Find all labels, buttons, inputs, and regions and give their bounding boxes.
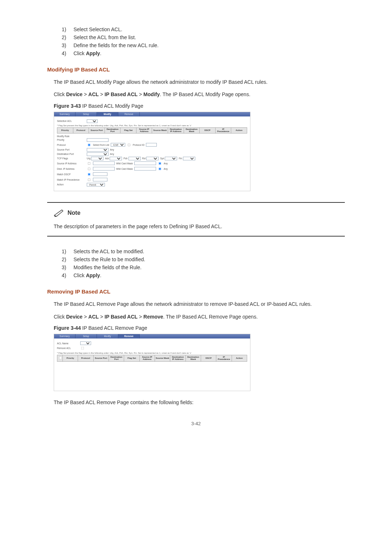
remove-intro: The IP Based ACL Remove Page allows the … xyxy=(54,300,345,308)
note-rule-bottom xyxy=(47,236,345,237)
flag-hint-2: * Flag Set present the flag types in the… xyxy=(57,352,247,354)
acl-name-label: ACL Name xyxy=(57,342,79,345)
modify-intro: The IP Based ACL Modify Page allows the … xyxy=(54,78,345,86)
tab-bar-2: Summary Setup Modify Remove xyxy=(54,334,250,338)
note-header: Note xyxy=(54,208,345,218)
list-item: Define the fields for the new ACL rule. xyxy=(62,41,345,49)
source-port-any: Any xyxy=(110,148,114,151)
match-ipp-radio[interactable] xyxy=(88,178,91,181)
heading-modifying: Modifying IP Based ACL xyxy=(47,66,345,73)
modify-rule-label: Modify Rule xyxy=(57,135,247,138)
select-from-list-label: Select from List xyxy=(93,144,109,146)
tab-bar: Summary Setup Modify Remove xyxy=(54,112,250,116)
source-port-label: Source Port xyxy=(57,148,85,151)
dst-mask-input[interactable] xyxy=(134,167,156,171)
figure-43-caption: Figure 3-43 IP Based ACL Modify Page xyxy=(54,103,345,109)
select-all-checkbox[interactable] xyxy=(59,357,62,360)
action-select[interactable]: Permit xyxy=(87,183,105,186)
dst-ip-input[interactable] xyxy=(93,167,115,171)
flag-psh-select[interactable] xyxy=(128,157,141,160)
flag-ack-select[interactable] xyxy=(110,157,122,160)
tcp-flags-label: TCP Flags xyxy=(57,157,85,160)
tab-remove[interactable]: Remove xyxy=(118,112,140,116)
match-dscp-label: Match DSCP xyxy=(57,173,85,176)
dst-ip-radio[interactable] xyxy=(88,168,91,171)
flag-fin-select[interactable] xyxy=(183,157,195,160)
flag-ack: Ack xyxy=(105,157,109,160)
src-ip-any-radio[interactable] xyxy=(158,162,161,165)
figure-44-screenshot: Summary Setup Modify Remove ACL Name Rem… xyxy=(54,334,250,391)
match-ipp-label: Match IP Precedence xyxy=(57,178,85,181)
flag-syn: Syn xyxy=(160,157,164,160)
src-ip-input[interactable] xyxy=(93,161,115,165)
dest-port-any: Any xyxy=(110,153,114,155)
list-item: Modifies the fields of the Rule. xyxy=(62,263,345,271)
remove-tail: The IP Based ACL Remove Page contains th… xyxy=(54,398,345,406)
dst-ip-any-radio[interactable] xyxy=(158,168,161,171)
flag-psh: Psh xyxy=(123,157,127,160)
selection-acl-select[interactable] xyxy=(87,119,98,123)
protocol-id-input[interactable] xyxy=(146,143,157,147)
src-ip-radio[interactable] xyxy=(88,162,91,165)
tab-modify[interactable]: Modify xyxy=(97,112,118,116)
source-port-select[interactable] xyxy=(87,148,109,152)
tab-summary-2[interactable]: Summary xyxy=(54,334,75,338)
page-number: 3-42 xyxy=(47,421,345,426)
tab-setup-2[interactable]: Setup xyxy=(75,334,97,338)
flag-fin: Fin xyxy=(179,157,182,160)
header-table: PriorityProtocol Source PortDestination … xyxy=(57,127,247,134)
flag-urg-select[interactable] xyxy=(91,157,103,160)
protocol-label: Protocol xyxy=(57,144,85,146)
note-text: The description of parameters in the pag… xyxy=(54,222,345,230)
remove-acl-label: Remove ACL xyxy=(57,347,79,349)
figure-43-screenshot: Summary Setup Modify Remove Selection AC… xyxy=(54,112,250,191)
tab-summary[interactable]: Summary xyxy=(54,112,75,116)
dest-port-select[interactable] xyxy=(87,152,109,156)
protocol-radio-list[interactable] xyxy=(88,144,91,147)
figure-44-caption: Figure 3-44 IP Based ACL Remove Page xyxy=(54,325,345,331)
acl-name-select[interactable] xyxy=(80,341,91,345)
match-dscp-radio[interactable] xyxy=(88,173,91,176)
src-ip-label: Source IP Address xyxy=(57,162,85,165)
list-item: Select the ACL from the list. xyxy=(62,33,345,41)
flag-hint: * Flag Set present the flag types in the… xyxy=(57,124,247,127)
src-mask-input[interactable] xyxy=(134,161,156,165)
list-item: Click Apply. xyxy=(62,49,345,57)
dst-ip-any-label: Any xyxy=(164,168,168,170)
match-ipp-input[interactable] xyxy=(93,178,107,181)
note-rule-top xyxy=(47,202,345,203)
steps-b: Selects the ACL to be modified. Selects … xyxy=(47,247,345,279)
protocol-select[interactable]: ICMP xyxy=(111,143,125,147)
wild-card-label-1: Wild Card Mask xyxy=(116,162,133,165)
protocol-id-label: Protocol ID xyxy=(133,144,144,146)
note-icon xyxy=(54,208,65,218)
flag-urg: Urg xyxy=(87,157,90,160)
breadcrumb-modify: Click Device > ACL > IP Based ACL > Modi… xyxy=(54,90,345,98)
header-table-2: PriorityProtocol Source PortDestination … xyxy=(57,355,247,362)
tab-setup[interactable]: Setup xyxy=(75,112,97,116)
tab-remove-2[interactable]: Remove xyxy=(118,334,140,338)
src-ip-any-label: Any xyxy=(164,162,168,165)
priority-label: Priority xyxy=(57,139,85,141)
selection-acl-label: Selection ACL xyxy=(57,120,85,122)
list-item: Selects the Rule to be modified. xyxy=(62,255,345,263)
list-item: Click Apply. xyxy=(62,271,345,279)
protocol-radio-id[interactable] xyxy=(127,144,130,147)
remove-acl-checkbox[interactable] xyxy=(81,347,84,350)
heading-removing: Removing IP Based ACL xyxy=(47,288,345,295)
breadcrumb-remove: Click Device > ACL > IP Based ACL > Remo… xyxy=(54,313,345,321)
flag-syn-select[interactable] xyxy=(165,157,177,160)
tab-modify-2[interactable]: Modify xyxy=(97,334,118,338)
flag-rst-select[interactable] xyxy=(146,157,159,160)
flag-rst: Rst xyxy=(142,157,146,160)
dst-ip-label: Dest. IP Address xyxy=(57,168,85,170)
list-item: Select Selection ACL. xyxy=(62,25,345,33)
note-label: Note xyxy=(68,210,81,216)
action-label: Action xyxy=(57,183,85,186)
steps-a: Select Selection ACL. Select the ACL fro… xyxy=(47,25,345,57)
wild-card-label-2: Wild Card Mask xyxy=(116,168,133,170)
match-dscp-input[interactable] xyxy=(93,172,107,176)
priority-input[interactable] xyxy=(87,138,109,142)
list-item: Selects the ACL to be modified. xyxy=(62,247,345,255)
dest-port-label: Destination Port xyxy=(57,153,85,155)
